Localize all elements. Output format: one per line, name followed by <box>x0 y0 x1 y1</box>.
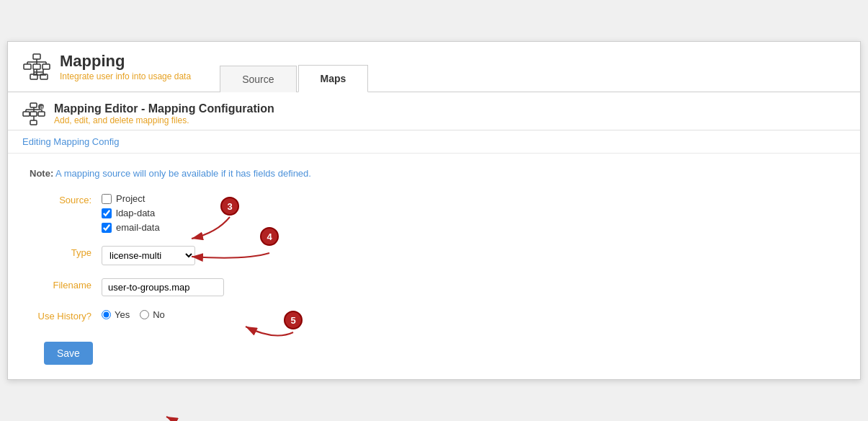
app-subtitle: Integrate user info into usage data <box>60 71 191 81</box>
filename-label: Filename <box>30 278 102 291</box>
editing-label: Editing Mapping Config <box>8 130 860 154</box>
app-title: Mapping <box>60 52 191 71</box>
svg-rect-16 <box>30 103 37 107</box>
radio-row: Yes No <box>102 309 165 320</box>
section-title-block: Mapping Editor - Mapping Configuration A… <box>54 102 274 125</box>
history-controls: Yes No <box>102 309 165 320</box>
svg-rect-18 <box>30 112 37 116</box>
filename-input[interactable] <box>102 278 224 296</box>
type-controls: license-multi single multi <box>102 246 195 265</box>
checkbox-email-input[interactable] <box>102 223 112 233</box>
checkbox-ldap[interactable]: ldap-data <box>102 208 160 218</box>
radio-no-input[interactable] <box>140 310 149 319</box>
annotation-3: 3 <box>220 197 239 216</box>
svg-rect-19 <box>38 112 45 116</box>
use-history-label: Use History? <box>30 309 102 322</box>
save-button[interactable]: Save <box>44 342 93 365</box>
use-history-row: Use History? Yes No <box>30 309 838 322</box>
type-row: Type license-multi single multi <box>30 246 838 265</box>
save-button-area: Save <box>30 334 838 365</box>
header: Mapping Integrate user info into usage d… <box>8 42 860 92</box>
tab-maps[interactable]: Maps <box>298 65 369 92</box>
checkbox-email[interactable]: email-data <box>102 222 160 233</box>
radio-no[interactable]: No <box>140 309 165 320</box>
note-text: Note: A mapping source will only be avai… <box>30 168 838 179</box>
annotation-5: 5 <box>284 311 303 329</box>
svg-rect-3 <box>42 64 50 69</box>
svg-rect-1 <box>24 64 31 69</box>
section-icon: ⚙ <box>22 102 45 125</box>
mapping-icon <box>22 53 51 81</box>
form-area: 3 4 5 6 7 <box>8 154 860 379</box>
tab-source[interactable]: Source <box>220 66 296 92</box>
source-row: Source: Project ldap-data email-data <box>30 193 838 233</box>
svg-rect-2 <box>33 64 40 69</box>
type-select[interactable]: license-multi single multi <box>102 246 195 265</box>
brand-text: Mapping Integrate user info into usage d… <box>60 52 191 81</box>
filename-controls <box>102 278 224 296</box>
app-window: Mapping Integrate user info into usage d… <box>7 41 861 380</box>
checkbox-project-input[interactable] <box>102 194 112 204</box>
header-tabs: Source Maps <box>220 42 370 92</box>
radio-yes-input[interactable] <box>102 310 111 319</box>
checkbox-project[interactable]: Project <box>102 193 160 204</box>
svg-rect-25 <box>30 120 37 125</box>
source-label: Source: <box>30 193 102 205</box>
svg-text:⚙: ⚙ <box>40 105 44 110</box>
source-checkboxes: Project ldap-data email-data <box>102 193 160 233</box>
section-subtitle: Add, edit, and delete mapping files. <box>54 115 274 125</box>
checkbox-ldap-input[interactable] <box>102 208 112 218</box>
radio-yes[interactable]: Yes <box>102 309 130 320</box>
brand-area: Mapping Integrate user info into usage d… <box>8 42 205 92</box>
svg-rect-17 <box>23 112 30 116</box>
content-area: ⚙ Mapping Editor - Mapping Configuration… <box>8 92 860 379</box>
section-header: ⚙ Mapping Editor - Mapping Configuration… <box>8 92 860 130</box>
svg-rect-0 <box>33 54 40 59</box>
type-label: Type <box>30 246 102 258</box>
annotation-4: 4 <box>260 227 279 246</box>
filename-row: Filename <box>30 278 838 296</box>
section-title: Mapping Editor - Mapping Configuration <box>54 102 274 115</box>
